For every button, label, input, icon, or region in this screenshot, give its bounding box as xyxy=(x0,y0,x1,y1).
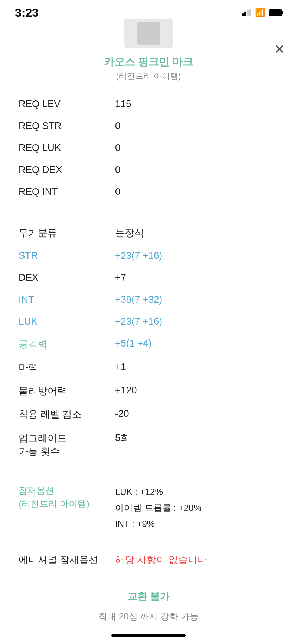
divider-4 xyxy=(0,571,297,583)
stat-label-upgrade: 업그레이드 가능 횟수 xyxy=(19,431,115,458)
additional-potential-row: 에디셔널 잠재옵션 해당 사항이 없습니다 xyxy=(0,548,297,571)
table-row-upgrade: 업그레이드 가능 횟수 5회 xyxy=(19,426,278,464)
table-row: 착용 레벨 감소 -20 xyxy=(19,403,278,426)
stat-label-dex: DEX xyxy=(19,272,115,283)
potential-section: 잠재옵션 (레전드리 아이템) LUK : +12% 아이템 드롭률 : +20… xyxy=(0,479,297,537)
stat-value-magic: +1 xyxy=(115,361,278,373)
list-item: 아이템 드롭률 : +20% xyxy=(115,500,278,516)
table-row: INT +39(7 +32) xyxy=(19,289,278,310)
stat-value-defense: +120 xyxy=(115,384,278,396)
stat-label-attack: 공격력 xyxy=(19,338,115,351)
stat-label-luk: LUK xyxy=(19,316,115,327)
stat-value-level-reduction: -20 xyxy=(115,408,278,419)
additional-potential-value: 해당 사항이 없습니다 xyxy=(115,553,207,566)
table-row: 마력 +1 xyxy=(19,356,278,379)
stat-label-level-reduction: 착용 레벨 감소 xyxy=(19,408,115,421)
table-row: REQ STR 0 xyxy=(19,115,278,137)
list-item: LUK : +12% xyxy=(115,484,278,500)
potential-values: LUK : +12% 아이템 드롭률 : +20% INT : +9% xyxy=(115,484,278,532)
stat-value-req-str: 0 xyxy=(115,120,278,132)
stat-value-attack: +5(1 +4) xyxy=(115,338,278,349)
exchange-label: 교환 불가 xyxy=(19,590,278,603)
item-image-area xyxy=(0,19,297,52)
stat-value-dex: +7 xyxy=(115,272,278,283)
stat-value-req-dex: 0 xyxy=(115,164,278,176)
stat-label-int: INT xyxy=(19,294,115,305)
table-row: 무기분류 눈장식 xyxy=(19,221,278,245)
bottom-section: 교환 불가 xyxy=(0,583,297,603)
additional-potential-label: 에디셔널 잠재옵션 xyxy=(19,553,115,566)
table-row: REQ DEX 0 xyxy=(19,159,278,181)
stat-value-upgrade: 5회 xyxy=(115,431,278,444)
stat-value-req-luk: 0 xyxy=(115,142,278,154)
item-image-box xyxy=(124,19,173,48)
stat-value-str: +23(7 +16) xyxy=(115,250,278,261)
item-image-placeholder xyxy=(137,22,160,45)
bottom-bar xyxy=(111,634,186,637)
stat-label-req-int: REQ INT xyxy=(19,186,115,197)
status-icons: 📶 xyxy=(242,8,282,17)
stat-label-req-dex: REQ DEX xyxy=(19,164,115,176)
item-subtitle: (레전드리 아이템) xyxy=(0,71,297,82)
table-row: REQ LEV 115 xyxy=(19,93,278,115)
stat-label-magic: 마력 xyxy=(19,361,115,374)
table-row: REQ INT 0 xyxy=(19,181,278,203)
table-row: LUK +23(7 +16) xyxy=(19,310,278,332)
stat-value-luk: +23(7 +16) xyxy=(115,316,278,327)
stat-label-req-lev: REQ LEV xyxy=(19,98,115,110)
table-row: 물리방어력 +120 xyxy=(19,379,278,403)
stat-value-weapon-type: 눈장식 xyxy=(115,226,278,239)
item-title: 카오스 핑크민 마크 xyxy=(0,55,297,69)
table-row: DEX +7 xyxy=(19,267,278,289)
stat-value-req-lev: 115 xyxy=(115,98,278,110)
signal-icon xyxy=(242,9,251,16)
potential-label-text: 잠재옵션 (레전드리 아이템) xyxy=(19,484,115,511)
attributes-section: 무기분류 눈장식 STR +23(7 +16) DEX +7 INT +39(7… xyxy=(0,218,297,467)
divider-1 xyxy=(0,206,297,218)
battery-icon xyxy=(269,9,282,16)
bottom-hint: 최대 20성 까지 강화 가능 xyxy=(0,609,297,622)
stat-label-weapon-type: 무기분류 xyxy=(19,226,115,239)
list-item: INT : +9% xyxy=(115,516,278,532)
stat-value-int: +39(7 +32) xyxy=(115,294,278,305)
close-button[interactable]: ✕ xyxy=(274,43,285,56)
item-header: 카오스 핑크민 마크 (레전드리 아이템) xyxy=(0,55,297,89)
wifi-icon: 📶 xyxy=(255,8,265,17)
divider-3 xyxy=(0,537,297,548)
stat-label-req-luk: REQ LUK xyxy=(19,142,115,154)
table-row: STR +23(7 +16) xyxy=(19,245,278,267)
status-time: 3:23 xyxy=(15,6,39,20)
divider-2 xyxy=(0,467,297,479)
potential-label: 잠재옵션 (레전드리 아이템) xyxy=(19,484,115,511)
req-stats-section: REQ LEV 115 REQ STR 0 REQ LUK 0 REQ DEX … xyxy=(0,89,297,206)
potential-value-list: LUK : +12% 아이템 드롭률 : +20% INT : +9% xyxy=(115,484,278,532)
stat-label-req-str: REQ STR xyxy=(19,120,115,132)
stat-value-req-int: 0 xyxy=(115,186,278,197)
table-row: REQ LUK 0 xyxy=(19,137,278,159)
stat-label-str: STR xyxy=(19,250,115,261)
table-row: 공격력 +5(1 +4) xyxy=(19,332,278,356)
stat-label-defense: 물리방어력 xyxy=(19,384,115,397)
